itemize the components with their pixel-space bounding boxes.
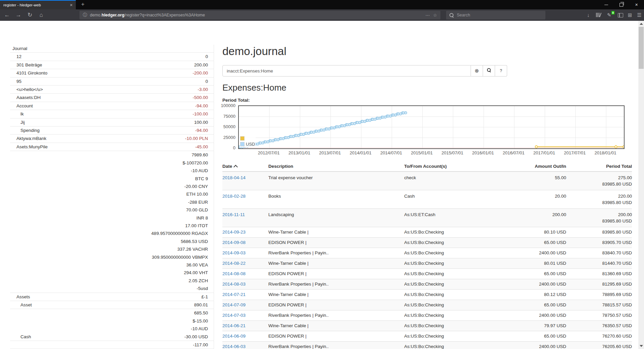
account-link[interactable]: 12 [10, 53, 205, 60]
transaction-date-link[interactable]: 2014-07-09 [222, 302, 246, 307]
transaction-date-link[interactable]: 2014-08-08 [222, 271, 246, 276]
sidebar-account-row[interactable]: Journal [10, 45, 214, 53]
site-info-icon[interactable]: ⓘ [83, 12, 87, 18]
back-button[interactable]: ← [2, 9, 12, 21]
sidebar-account-row[interactable]: Account -94.00 [10, 102, 214, 110]
account-link[interactable]: Jij [10, 118, 194, 126]
query-input[interactable] [222, 65, 471, 77]
period-total-chart[interactable] [238, 105, 625, 149]
new-tab-button[interactable]: + [78, 0, 88, 9]
bookmark-star-icon[interactable]: ☆ [433, 13, 437, 18]
transaction-date-link[interactable]: 2014-06-21 [222, 323, 246, 328]
sidebar-account-row[interactable]: <u>hello</u> -3.00 [10, 86, 214, 94]
transaction-date-link[interactable]: 2018-02-28 [222, 194, 246, 199]
sidebar-account-row[interactable]: 301 Beiträge 200.00 [10, 61, 214, 69]
forward-button[interactable]: → [13, 9, 23, 21]
account-link[interactable]: Assets [10, 293, 201, 301]
sidebar-account-row[interactable]: Aktywa:mBank -10.00 PLN [10, 135, 214, 143]
sidebar-account-row[interactable]: lk -100.00 [10, 110, 214, 118]
window-minimize-button[interactable] [599, 0, 614, 9]
page-actions-icon[interactable]: ⋯ [425, 13, 430, 18]
transaction-date-link[interactable]: 2014-09-08 [222, 240, 246, 245]
sidebar-account-row[interactable]: Cash 685.50$-15.00-10 AUD-30.00 USD [10, 309, 214, 341]
transaction-date-link[interactable]: 2014-09-03 [222, 250, 246, 255]
transaction-amount: 2400.00 USD [492, 248, 566, 258]
url-bar[interactable]: ⓘ demo.hledger.org/register?q=inacct%3AE… [79, 11, 440, 19]
column-header-date[interactable]: Date [222, 162, 268, 171]
x-tick-label: 2016/07/01 [497, 150, 530, 155]
transaction-period-total: 81360.69 USD [566, 269, 632, 279]
browser-search-input[interactable] [456, 12, 531, 18]
scrollbar-thumb[interactable] [639, 27, 644, 69]
account-balance: -200.00 [193, 69, 214, 77]
transaction-account: As:US:Bo:Checking [404, 279, 492, 290]
transaction-date-link[interactable]: 2014-06-03 [222, 344, 246, 349]
account-link[interactable]: 301 Beiträge [10, 61, 194, 69]
browser-tab-bar: register - hledger-web ✕ + ✕ [0, 0, 644, 9]
transaction-date-link[interactable]: 2014-07-03 [222, 313, 246, 318]
sidebar-account-row[interactable]: Assets £-1 [10, 293, 214, 301]
account-link[interactable]: Asets:MunyPile [10, 143, 195, 151]
sidebar-account-row[interactable]: 4101 Girokonto -200.00 [10, 69, 214, 77]
sidebar-account-row[interactable]: 95 0 [10, 78, 214, 86]
account-link[interactable]: Aktywa:mBank [10, 135, 185, 142]
account-link[interactable]: Account [10, 102, 195, 110]
register-row: 2018-02-28 Books Cash 20.00 220.0083985.… [222, 190, 632, 209]
account-link[interactable]: Cash [10, 333, 184, 341]
account-link[interactable]: Spending [10, 127, 195, 134]
url-text: demo.hledger.org/register?q=inacct%3AExp… [90, 13, 205, 17]
account-link[interactable]: lk [10, 110, 193, 118]
window-close-button[interactable]: ✕ [629, 0, 644, 9]
transaction-description: Wine-Tarner Cable | [268, 321, 404, 331]
transaction-period-total: 76270.60 USD [566, 331, 632, 342]
extension-icon[interactable]: ✎0 [604, 9, 614, 21]
transaction-date-link[interactable]: 2018-04-14 [222, 175, 246, 180]
account-link[interactable]: Aaasets:DH [10, 94, 193, 101]
transaction-date-link[interactable]: 2014-08-03 [222, 282, 246, 287]
account-link[interactable]: Asset [10, 301, 194, 309]
transaction-date-link[interactable]: 2016-11-11 [222, 212, 245, 217]
transaction-date-link[interactable]: 2014-08-22 [222, 261, 246, 266]
transaction-account: As:US:Bo:Checking [404, 300, 492, 310]
sidebar-account-row[interactable]: Asset 890.01 [10, 301, 214, 309]
transaction-date-link[interactable]: 2014-07-21 [222, 292, 246, 297]
sidebar-account-row[interactable]: Jij 100.00 [10, 118, 214, 127]
account-balance: -45.00 [195, 143, 214, 151]
scroll-up-icon[interactable] [640, 23, 643, 25]
account-link[interactable]: 95 [10, 78, 205, 85]
account-link[interactable]: <u>hello</u> [10, 86, 198, 93]
sidebar-account-row[interactable]: 12 0 [10, 53, 214, 61]
tab-close-icon[interactable]: ✕ [70, 3, 73, 7]
account-balance: 0 [205, 78, 214, 85]
submit-query-button[interactable] [483, 65, 495, 77]
browser-tab[interactable]: register - hledger-web ✕ [0, 0, 76, 9]
clear-query-button[interactable]: ⊗ [471, 65, 483, 77]
downloads-icon[interactable]: ↓ [584, 9, 593, 21]
browser-search-bar[interactable] [446, 11, 545, 19]
sidebar-account-row[interactable]: Asets:MunyPile -45.00 [10, 143, 214, 151]
account-balance: 7989.60$-100720.00-10 AUDBTC 9-20.00 CNY… [151, 151, 214, 292]
window-maximize-button[interactable] [614, 0, 629, 9]
sidebar-toggle-icon[interactable] [616, 9, 625, 21]
menu-icon[interactable]: ☰ [635, 9, 644, 21]
sidebar-account-row[interactable]: Spending -94.00 [10, 127, 214, 135]
account-link[interactable]: 4101 Girokonto [10, 69, 193, 77]
register-row: 2014-06-09 EDISON POWER | As:US:Bo:Check… [222, 331, 632, 342]
x-tick-label: 2017/01/01 [528, 150, 561, 155]
page-content: Journal 12 0 301 Beiträge 200.00 4101 Gi… [0, 21, 638, 349]
register-row: 2014-09-23 Wine-Tarner Cable | As:US:Bo:… [222, 227, 632, 238]
page-scrollbar[interactable] [638, 21, 644, 349]
sidebar-account-row[interactable]: 7989.60$-100720.00-10 AUDBTC 9-20.00 CNY… [10, 151, 214, 293]
library-icon[interactable] [594, 9, 603, 21]
x-tick-label: 2016/01/01 [466, 150, 500, 155]
sidebar-account-row[interactable]: Aaasets:DH -500.00 [10, 94, 214, 102]
sidebar-account-row[interactable]: -117.00 [10, 341, 214, 349]
addons-icon[interactable]: ⊞ [625, 9, 635, 21]
transaction-date-link[interactable]: 2014-06-09 [222, 334, 246, 339]
reload-button[interactable]: ↻ [25, 9, 35, 21]
scroll-down-icon[interactable] [640, 345, 643, 347]
account-link[interactable]: Journal [10, 45, 208, 52]
home-button[interactable]: ⌂ [36, 9, 46, 21]
help-button[interactable]: ? [495, 65, 507, 77]
transaction-date-link[interactable]: 2014-09-23 [222, 230, 246, 235]
